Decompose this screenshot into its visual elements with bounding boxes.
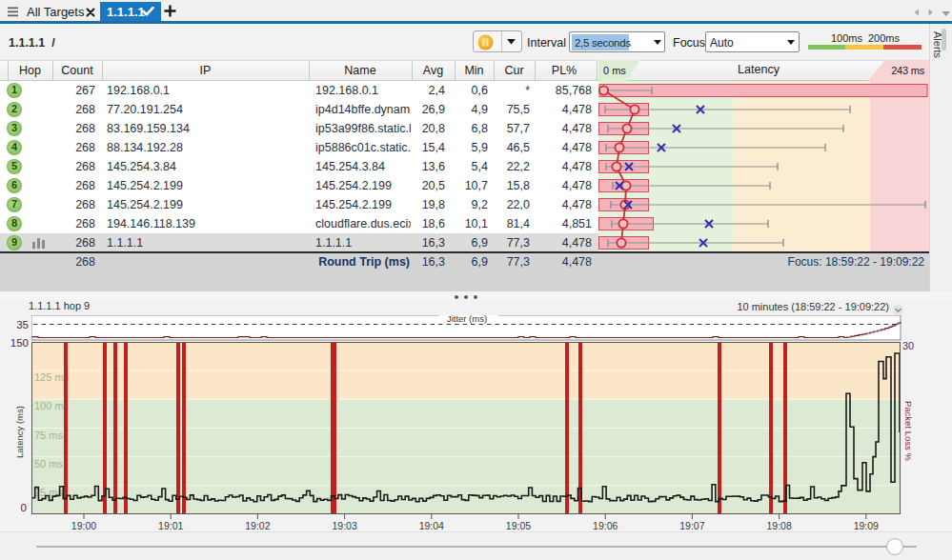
svg-text:19:05: 19:05 (506, 520, 531, 531)
svg-text:19:02: 19:02 (245, 520, 270, 531)
svg-text:19:00: 19:00 (71, 520, 96, 531)
svg-text:19:03: 19:03 (332, 520, 356, 531)
svg-text:75 ms: 75 ms (34, 430, 63, 441)
svg-text:50 ms: 50 ms (34, 458, 63, 470)
svg-text:19:01: 19:01 (158, 520, 183, 531)
svg-text:19:04: 19:04 (419, 520, 444, 531)
svg-text:19:08: 19:08 (766, 520, 791, 531)
svg-text:19:07: 19:07 (679, 520, 704, 531)
svg-text:19:09: 19:09 (854, 520, 879, 531)
svg-text:19:06: 19:06 (593, 520, 618, 531)
svg-text:Jitter (ms): Jitter (ms) (447, 315, 487, 324)
